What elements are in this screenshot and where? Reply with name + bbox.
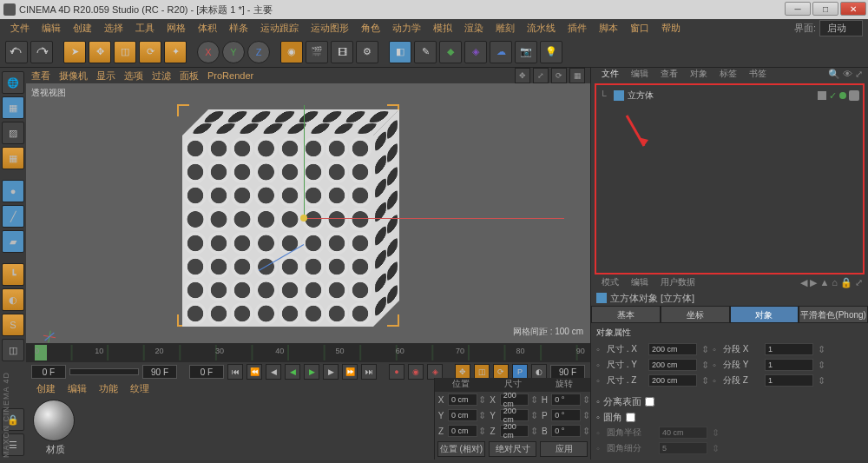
menu-render[interactable]: 渲染 [459,22,489,35]
view-menu-filter[interactable]: 过滤 [152,69,171,83]
mat-tab-texture[interactable]: 纹理 [125,382,155,395]
live-select-tool[interactable]: ➤ [63,41,86,63]
om-tab-object[interactable]: 对象 [685,68,713,80]
menu-script[interactable]: 脚本 [594,22,623,35]
viewport-nav4-icon[interactable]: ▦ [569,68,585,83]
om-tab-tags[interactable]: 标签 [714,68,742,80]
attr-fwd-icon[interactable]: ▶ [810,277,817,288]
size-y-field[interactable]: 200 cm [500,409,529,421]
menu-help[interactable]: 帮助 [656,22,686,35]
seg-z-input[interactable] [765,374,813,387]
seg-x-input[interactable] [765,343,813,355]
cube-primitive-button[interactable]: ◧ [389,41,411,63]
menu-select[interactable]: 选择 [99,22,128,35]
texture-mode-button[interactable]: ▨ [2,122,24,144]
menu-pipeline[interactable]: 流水线 [522,22,561,35]
visibility-render-icon[interactable] [839,92,846,99]
environment-button[interactable]: ☁ [490,41,512,63]
size-z-input[interactable] [648,374,697,387]
coord-size-mode-button[interactable]: 绝对尺寸 [489,441,536,457]
menu-mograph[interactable]: 运动图形 [306,22,354,35]
menu-motrack[interactable]: 运动跟踪 [255,22,304,35]
next-key-button[interactable]: ⏩ [342,364,358,380]
om-tab-edit[interactable]: 编辑 [626,68,654,80]
snap-button[interactable]: S [2,314,24,336]
attr-tab-edit[interactable]: 编辑 [626,276,654,288]
pos-x-field[interactable]: 0 cm [448,394,477,406]
menu-dynamics[interactable]: 动力学 [387,22,426,35]
size-y-input[interactable] [648,359,697,371]
undo-button[interactable] [5,41,28,63]
menu-spline[interactable]: 样条 [224,22,253,35]
next-frame-button[interactable]: ▶ [323,364,339,380]
phong-tag-icon[interactable] [849,90,859,101]
pos-y-field[interactable]: 0 cm [448,409,477,421]
attr-main-phong[interactable]: 平滑着色(Phong) [799,306,868,323]
edge-mode-button[interactable]: ╱ [2,205,24,228]
render-settings-button[interactable]: ⚙ [356,41,378,63]
viewport[interactable]: 透视视图 网格间距 : 100 cm [26,83,590,343]
minimize-button[interactable]: ─ [785,2,811,16]
view-menu-options[interactable]: 选项 [124,69,143,83]
coord-system-button[interactable]: ◉ [280,41,303,63]
camera-button[interactable]: 📷 [515,41,537,63]
om-tab-file[interactable]: 文件 [596,68,624,80]
visibility-editor-icon[interactable]: ✓ [829,90,837,102]
mat-tab-function[interactable]: 功能 [94,382,123,395]
menu-character[interactable]: 角色 [356,22,385,35]
time-ruler[interactable]: 0 10 20 30 40 50 60 70 80 90 [26,343,590,362]
view-menu-prorender[interactable]: ProRender [207,70,253,81]
recent-tool[interactable]: ✦ [164,41,187,63]
menu-create[interactable]: 创建 [68,22,97,35]
object-name[interactable]: 立方体 [628,89,654,102]
time-cur-field[interactable] [189,365,224,379]
pos-z-field[interactable]: 0 cm [448,425,477,437]
om-expand-icon[interactable]: ⤢ [855,69,863,80]
axis-x-toggle[interactable]: X [197,41,220,63]
view-menu-display[interactable]: 显示 [96,69,115,83]
workplane-button[interactable]: ◫ [2,339,24,361]
view-menu-camera[interactable]: 摄像机 [59,69,88,83]
generator-button[interactable]: ◆ [439,41,462,63]
prev-frame-button[interactable]: ◀ [266,364,281,380]
deformer-button[interactable]: ◈ [464,41,487,63]
attr-tab-mode[interactable]: 模式 [596,276,624,288]
attr-back-icon[interactable]: ◀ [800,277,807,288]
axis-mode-button[interactable]: ┗ [2,263,24,286]
make-editable-button[interactable]: 🌐 [2,71,24,94]
object-mode-button[interactable]: ▦ [2,147,24,169]
om-tab-view[interactable]: 查看 [655,68,683,80]
rot-h-field[interactable]: 0 ° [551,394,581,406]
attr-main-coord[interactable]: 坐标 [661,306,730,323]
time-slider[interactable] [69,368,139,375]
menu-edit[interactable]: 编辑 [36,22,66,35]
render-view-button[interactable]: 🎬 [306,41,328,63]
menu-tools[interactable]: 工具 [130,22,160,35]
viewport-nav1-icon[interactable]: ✥ [515,68,530,83]
time-end2-field[interactable] [550,365,585,379]
time-start-field[interactable] [31,365,66,379]
rotate-tool[interactable]: ⟳ [139,41,161,63]
redo-button[interactable] [30,41,53,63]
play-back-button[interactable]: ◀ [285,364,300,380]
object-tree[interactable]: └ 立方体 ✓ [595,83,865,274]
om-eye-icon[interactable]: 👁 [843,69,852,80]
scale-tool[interactable]: ◫ [114,41,136,63]
fillet-checkbox[interactable] [626,413,635,422]
seg-y-input[interactable] [765,359,813,371]
object-tree-item[interactable]: └ 立方体 ✓ [600,89,859,103]
viewport-nav2-icon[interactable]: ⤢ [533,68,549,83]
coord-apply-button[interactable]: 应用 [540,441,588,457]
attr-expand-icon[interactable]: ⤢ [855,277,863,288]
om-search-icon[interactable]: 🔍 [828,69,840,80]
view-menu-view[interactable]: 查看 [31,69,50,83]
model-mode-button[interactable]: ▦ [2,96,24,119]
play-button[interactable]: ▶ [304,364,319,380]
separate-surface-checkbox[interactable] [645,397,654,407]
mat-tab-create[interactable]: 创建 [31,382,61,395]
menu-file[interactable]: 文件 [5,22,35,35]
maximize-button[interactable]: □ [812,2,838,16]
render-picture-button[interactable]: 🎞 [331,41,353,63]
viewport-solo-button[interactable]: ◐ [2,288,24,311]
mat-tab-edit[interactable]: 编辑 [62,382,92,395]
